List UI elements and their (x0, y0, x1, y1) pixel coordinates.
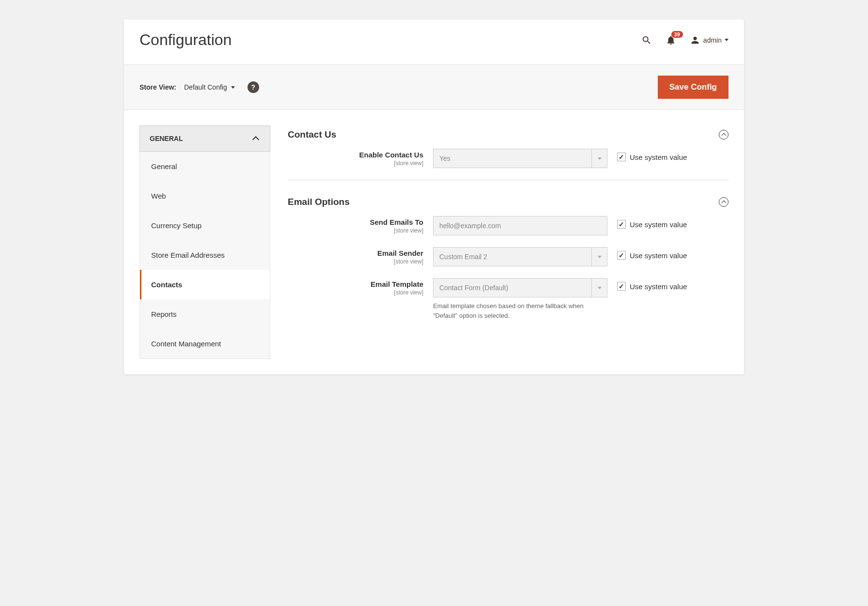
collapse-icon (719, 197, 728, 207)
field-input-col: Yes (433, 149, 607, 168)
config-window: Configuration 39 admin Store View: Defau… (124, 19, 744, 374)
field-check-col: Use system value (617, 247, 728, 261)
field-input-col: Contact Form (Default) Email template ch… (433, 278, 607, 320)
sidebar-group-title: GENERAL (150, 135, 183, 142)
field-label-col: Email Sender [store view] (288, 247, 423, 265)
use-system-value-wrap: Use system value (617, 282, 728, 292)
section-divider (288, 180, 728, 180)
send-emails-to-input[interactable] (433, 216, 607, 235)
page-header: Configuration 39 admin (124, 19, 744, 64)
select-arrow-icon (591, 248, 607, 266)
chevron-up-icon (253, 135, 260, 142)
select-value: Contact Form (Default) (439, 284, 508, 292)
sidebar-item-store-email-addresses[interactable]: Store Email Addresses (140, 240, 270, 270)
field-email-sender: Email Sender [store view] Custom Email 2… (288, 247, 728, 266)
field-send-emails-to: Send Emails To [store view] Use system v… (288, 216, 728, 235)
field-label: Email Sender (377, 249, 423, 257)
help-icon[interactable]: ? (248, 81, 259, 93)
section-header-email-options[interactable]: Email Options (288, 193, 728, 216)
content: GENERAL General Web Currency Setup Store… (124, 110, 744, 374)
sidebar: GENERAL General Web Currency Setup Store… (140, 125, 270, 359)
select-value: Custom Email 2 (439, 253, 487, 261)
sidebar-item-contacts[interactable]: Contacts (140, 270, 270, 299)
use-system-value-wrap: Use system value (617, 153, 728, 162)
field-label-col: Email Template [store view] (288, 278, 423, 296)
field-check-col: Use system value (617, 149, 728, 162)
search-icon[interactable] (641, 35, 652, 46)
sidebar-group-general[interactable]: GENERAL (140, 125, 270, 152)
sidebar-item-web[interactable]: Web (140, 181, 270, 211)
field-label-col: Send Emails To [store view] (288, 216, 423, 234)
field-label-col: Enable Contact Us [store view] (288, 149, 423, 167)
use-system-value-checkbox[interactable] (617, 153, 626, 161)
section-title: Email Options (288, 197, 350, 207)
store-view-select[interactable]: Default Config (184, 83, 235, 91)
header-actions: 39 admin (641, 35, 728, 46)
select-arrow-icon (591, 149, 607, 168)
sidebar-items: General Web Currency Setup Store Email A… (140, 152, 270, 359)
field-check-col: Use system value (617, 216, 728, 230)
sidebar-item-label: Reports (151, 310, 177, 318)
enable-contact-us-select[interactable]: Yes (433, 149, 607, 168)
field-check-col: Use system value (617, 278, 728, 292)
notification-badge: 39 (671, 31, 683, 38)
field-input-col: Custom Email 2 (433, 247, 607, 266)
field-scope: [store view] (288, 227, 423, 234)
section-contact-us: Contact Us Enable Contact Us [store view… (288, 125, 728, 168)
sidebar-item-content-management[interactable]: Content Management (140, 329, 270, 358)
store-view-label: Store View: (140, 83, 176, 91)
sidebar-item-label: Store Email Addresses (151, 251, 225, 259)
field-label: Send Emails To (370, 218, 423, 226)
use-system-value-label: Use system value (630, 282, 687, 292)
field-scope: [store view] (288, 160, 423, 167)
use-system-value-checkbox[interactable] (617, 251, 626, 260)
field-label: Email Template (371, 280, 423, 288)
main-panel: Contact Us Enable Contact Us [store view… (288, 125, 728, 359)
field-scope: [store view] (288, 258, 423, 265)
email-template-select[interactable]: Contact Form (Default) (433, 278, 607, 297)
field-input-col (433, 216, 607, 235)
sidebar-item-currency-setup[interactable]: Currency Setup (140, 211, 270, 240)
use-system-value-label: Use system value (630, 251, 687, 261)
use-system-value-label: Use system value (630, 220, 687, 230)
section-title: Contact Us (288, 129, 336, 140)
field-enable-contact-us: Enable Contact Us [store view] Yes Use s… (288, 149, 728, 168)
select-arrow-icon (591, 279, 607, 297)
caret-down-icon (725, 39, 728, 41)
sidebar-item-label: Contacts (151, 280, 182, 289)
use-system-value-label: Use system value (630, 153, 687, 162)
save-config-button[interactable]: Save Config (658, 76, 728, 99)
notifications-icon[interactable]: 39 (666, 35, 676, 46)
user-menu[interactable]: admin (690, 35, 728, 46)
store-view-value: Default Config (184, 83, 227, 91)
field-label: Enable Contact Us (359, 151, 423, 159)
field-email-template: Email Template [store view] Contact Form… (288, 278, 728, 320)
user-icon (690, 35, 700, 46)
use-system-value-checkbox[interactable] (617, 282, 626, 291)
email-sender-select[interactable]: Custom Email 2 (433, 247, 607, 266)
toolbar: Store View: Default Config ? Save Config (124, 64, 744, 110)
field-scope: [store view] (288, 289, 423, 296)
caret-down-icon (231, 86, 235, 89)
page-title: Configuration (140, 31, 232, 49)
section-email-options: Email Options Send Emails To [store view… (288, 193, 728, 320)
sidebar-item-label: Currency Setup (151, 221, 202, 230)
use-system-value-wrap: Use system value (617, 251, 728, 261)
use-system-value-checkbox[interactable] (617, 220, 626, 229)
field-hint: Email template chosen based on theme fal… (433, 301, 607, 320)
user-label: admin (703, 36, 722, 44)
select-value: Yes (439, 155, 450, 162)
sidebar-item-label: Web (151, 192, 166, 200)
use-system-value-wrap: Use system value (617, 220, 728, 230)
sidebar-item-general[interactable]: General (140, 152, 270, 181)
section-header-contact-us[interactable]: Contact Us (288, 125, 728, 149)
toolbar-left: Store View: Default Config ? (140, 81, 259, 93)
collapse-icon (719, 130, 728, 140)
sidebar-item-label: General (151, 162, 177, 171)
sidebar-item-reports[interactable]: Reports (140, 299, 270, 329)
sidebar-item-label: Content Management (151, 340, 221, 348)
